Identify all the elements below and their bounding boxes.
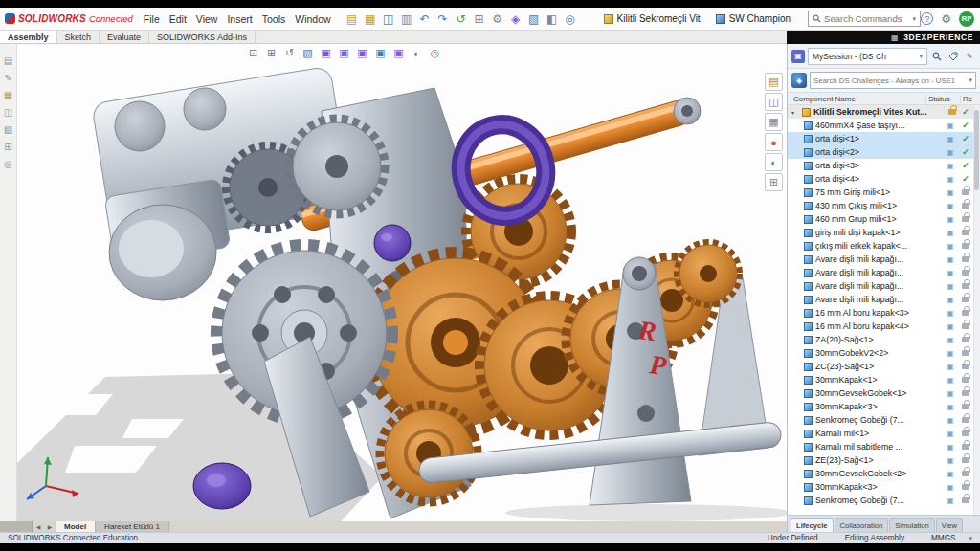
tree-item[interactable]: Senkromeç Gobeği (7... ▣ ✓	[788, 413, 980, 427]
new-document-icon[interactable]: ▤	[344, 11, 361, 28]
scrollbar-thumb[interactable]	[974, 110, 979, 190]
tab-model[interactable]: Model	[56, 521, 96, 532]
ds-search-input[interactable]	[813, 77, 969, 85]
zoom-area-icon[interactable]: ⊞	[263, 45, 279, 61]
3ds-compass-icon[interactable]: ◈	[791, 73, 807, 88]
graphics-viewport[interactable]: R P ⊡⊞↺▧▣▣▣▣▣◐◎ ▤◫▦●◐⊞	[17, 44, 787, 521]
custom-properties-icon[interactable]: ⊞	[1, 140, 15, 154]
command-search-input[interactable]	[824, 13, 909, 24]
chevron-down-icon[interactable]: ▾	[969, 535, 972, 542]
tree-item[interactable]: Avare dişli mili kapağı... ▣ ✓	[788, 253, 980, 266]
tab-simulation[interactable]: Simulation	[889, 518, 934, 532]
tag-icon[interactable]	[947, 50, 960, 63]
tree-item[interactable]: 460 mm Grup mili<1> ▣ ✓	[788, 212, 980, 226]
tree-item[interactable]: Avare dişli mili kapağı... ▣ ✓	[788, 293, 980, 306]
undo-icon[interactable]: ↶	[416, 11, 434, 28]
search-icon[interactable]	[930, 50, 944, 63]
options-grid-icon[interactable]: ⊞	[471, 11, 488, 28]
appearances-panel-icon[interactable]: ▧	[1, 122, 15, 137]
tree-item[interactable]: 460mmX4 Şase taşıyı... ▣ ✓	[788, 119, 980, 132]
pane-options-icon[interactable]: ◎	[1, 157, 15, 171]
tab-evaluate[interactable]: Evaluate	[100, 31, 149, 43]
tree-item[interactable]: Senkromeç Gobeği (7... ▣ ✓	[788, 494, 980, 507]
zoom-fit-icon[interactable]: ⊡	[245, 45, 261, 61]
settings-icon[interactable]: ⚙	[489, 11, 506, 28]
scene-icon[interactable]: ◐	[765, 153, 783, 171]
tab-assembly[interactable]: Assembly	[0, 31, 57, 43]
feature-manager-icon[interactable]: ▤	[1, 54, 15, 68]
view-orientation-icon[interactable]: ▣	[318, 45, 334, 61]
file-explorer-icon[interactable]: ◫	[765, 93, 783, 111]
menu-file[interactable]: File	[139, 13, 165, 25]
user-avatar[interactable]: RP	[959, 11, 974, 27]
menu-edit[interactable]: Edit	[165, 13, 191, 25]
ds-search[interactable]: ▾	[810, 72, 976, 89]
column-re[interactable]: Re	[961, 95, 980, 103]
display-style-icon[interactable]: ◐	[409, 45, 425, 61]
tab-view[interactable]: View	[936, 518, 963, 532]
menu-tools[interactable]: Tools	[257, 13, 291, 25]
custom-properties-icon[interactable]: ⊞	[765, 173, 783, 191]
design-library-icon[interactable]: ▤	[765, 73, 783, 91]
tree-item[interactable]: 30mmKapak<3> ▣ ✓	[788, 480, 980, 494]
tree-item[interactable]: orta dişi<1> ▣ ✓	[788, 132, 980, 145]
hide-show-items-icon[interactable]: ◎	[427, 45, 443, 61]
document-tab-1[interactable]: Kilitli Sekromeçli Vit	[604, 13, 701, 24]
sketch-tools-icon[interactable]: ✎	[1, 71, 15, 85]
tree-item[interactable]: ZA(20)-Sağ<1> ▣ ✓	[788, 333, 980, 346]
save-icon[interactable]: ◫	[380, 11, 397, 28]
view-palette-icon[interactable]: ▦	[765, 113, 783, 131]
tree-item[interactable]: 75 mm Giriş mili<1> ▣ ✓	[788, 186, 980, 199]
menu-insert[interactable]: Insert	[222, 13, 256, 25]
tree-item[interactable]: orta dişi<3> ▣ ✓	[788, 159, 980, 172]
appearance-icon[interactable]: ◈	[507, 11, 524, 28]
tab-collaboration[interactable]: Collaboration	[835, 518, 889, 532]
tree-scrollbar[interactable]	[973, 105, 980, 515]
section-icon[interactable]: ▧	[525, 11, 543, 28]
tree-item[interactable]: 16 mm Al boru kapak<3> ▣ ✓	[788, 306, 980, 320]
caret-down-icon[interactable]: ▾	[791, 109, 799, 116]
tree-item[interactable]: 30mmKapak<3> ▣ ✓	[788, 400, 980, 413]
document-tab-2[interactable]: SW Champion	[716, 13, 791, 24]
tabs-scroll-right-icon[interactable]: ▶	[44, 521, 56, 532]
tree-item[interactable]: Kamalı mil sabitleme ... ▣ ✓	[788, 440, 980, 453]
tab-lifecycle[interactable]: Lifecycle	[791, 518, 834, 532]
tree-item[interactable]: çıkış mili erkek kapak<... ▣ ✓	[788, 239, 980, 253]
tab-motion-study-1[interactable]: Hareket Etüdü 1	[96, 521, 169, 532]
column-component-name[interactable]: Component Name	[788, 95, 926, 103]
tree-item[interactable]: ZE(23)-Sağ<1> ▣ ✓	[788, 453, 980, 467]
menu-view[interactable]: View	[191, 13, 223, 25]
tree-item[interactable]: 430 mm Çıkış mili<1> ▣ ✓	[788, 199, 980, 212]
open-document-icon[interactable]: ▦	[362, 11, 379, 28]
tab-sketch[interactable]: Sketch	[57, 31, 100, 43]
print-icon[interactable]: ▥	[398, 11, 415, 28]
rebuild-icon[interactable]: ↺	[453, 11, 470, 28]
tree-item[interactable]: Kamalı mil<1> ▣ ✓	[788, 427, 980, 440]
front-view-icon[interactable]: ▣	[354, 45, 370, 61]
tree-item[interactable]: Avare dişli mili kapağı... ▣ ✓	[788, 279, 980, 293]
tree-item[interactable]: 30mmKapak<1> ▣ ✓	[788, 373, 980, 386]
menu-window[interactable]: Window	[290, 13, 335, 25]
isometric-view-icon[interactable]: ▣	[336, 45, 352, 61]
tree-item[interactable]: 30mmGobekV2<2> ▣ ✓	[788, 346, 980, 360]
tree-item[interactable]: ZC(23)-Sağ<1> ▣ ✓	[788, 360, 980, 373]
right-view-icon[interactable]: ▣	[390, 45, 407, 61]
file-explorer-icon[interactable]: ◫	[1, 105, 15, 120]
tree-item[interactable]: 30mmGevsekGobek<2> ▣ ✓	[788, 467, 980, 480]
tree-item[interactable]: orta dişi<4> ▣ ✓	[788, 172, 980, 186]
display-style-icon[interactable]: ◧	[544, 11, 561, 28]
tree-item[interactable]: 30mmGevsekGobek<1> ▣ ✓	[788, 386, 980, 400]
gearbox-3d-model[interactable]: R P	[17, 44, 787, 521]
tree-item[interactable]: orta dişi<2> ▣ ✓	[788, 145, 980, 159]
command-search[interactable]: ▾	[808, 11, 921, 27]
tabs-scroll-left-icon[interactable]: ◀	[33, 521, 44, 532]
chevron-down-icon[interactable]: ▾	[913, 15, 917, 23]
tree-root-item[interactable]: ▾ Kilitli Sekromeçli Vites Kut... ✓	[788, 105, 980, 119]
tree-item[interactable]: Avare dişli mili kapağı... ▣ ✓	[788, 266, 980, 279]
previous-view-icon[interactable]: ↺	[281, 45, 298, 61]
grid-menu-icon[interactable]: ▦	[891, 33, 899, 42]
tab-solidworks-add-ins[interactable]: SOLIDWORKS Add-Ins	[149, 31, 256, 43]
gear-icon[interactable]: ⚙	[941, 12, 951, 26]
tree-item[interactable]: giriş mili dişi kapak<1> ▣ ✓	[788, 226, 980, 239]
top-view-icon[interactable]: ▣	[372, 45, 389, 61]
